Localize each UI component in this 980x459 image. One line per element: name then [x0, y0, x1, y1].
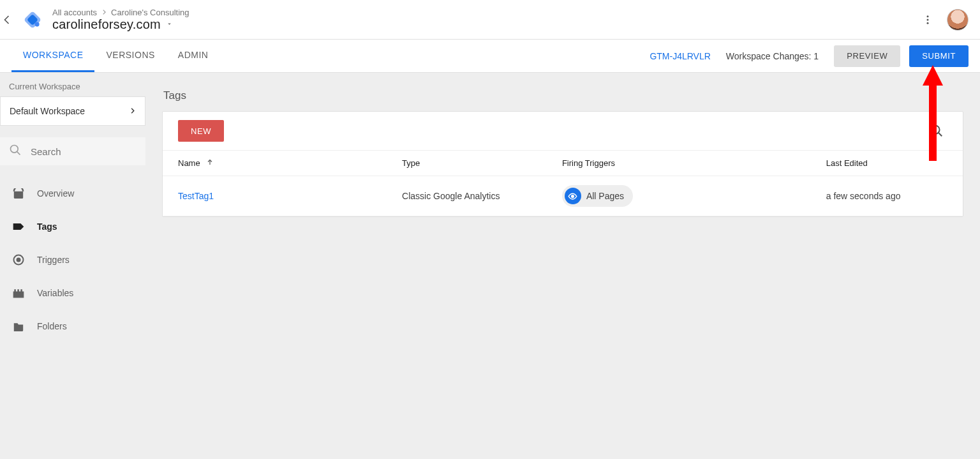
last-edited-cell: a few seconds ago — [811, 176, 963, 216]
search-box[interactable] — [0, 137, 145, 165]
app-header: All accounts Caroline's Consulting carol… — [0, 0, 980, 40]
sort-asc-icon — [206, 158, 214, 168]
sidebar-item-triggers[interactable]: Triggers — [0, 243, 145, 276]
breadcrumb[interactable]: All accounts Caroline's Consulting — [52, 8, 189, 17]
sidebar-item-variables[interactable]: Variables — [0, 276, 145, 310]
svg-rect-12 — [20, 289, 22, 292]
sidebar-item-label: Triggers — [37, 255, 70, 265]
container-domain: carolineforsey.com — [52, 17, 161, 32]
search-input[interactable] — [31, 146, 152, 157]
folder-icon — [11, 320, 26, 332]
chevron-right-icon — [101, 8, 107, 17]
sidebar: Current Workspace Default Workspace Over… — [0, 73, 145, 459]
svg-point-8 — [17, 259, 20, 262]
sidebar-item-label: Variables — [37, 288, 73, 298]
container-id-link[interactable]: GTM-J4LRVLR — [650, 51, 710, 61]
svg-point-3 — [927, 15, 929, 17]
tab-versions[interactable]: VERSIONS — [94, 40, 166, 72]
sidebar-item-label: Folders — [37, 321, 67, 331]
chevron-right-icon — [129, 106, 136, 116]
svg-point-14 — [572, 195, 574, 197]
column-header-edited[interactable]: Last Edited — [811, 151, 963, 176]
sidebar-item-tags[interactable]: Tags — [0, 210, 145, 243]
svg-point-6 — [11, 146, 19, 153]
new-tag-button[interactable]: NEW — [178, 120, 224, 142]
table-row[interactable]: TestTag1 Classic Google Analytics All Pa… — [163, 176, 963, 216]
sidebar-item-label: Tags — [37, 222, 57, 232]
trigger-chip[interactable]: All Pages — [562, 185, 633, 207]
tags-table: Name Type Firing Triggers Last Edited Te… — [163, 150, 963, 216]
current-workspace-label: Current Workspace — [0, 73, 145, 96]
page-title: Tags — [163, 89, 963, 102]
workspace-changes-label: Workspace Changes: 1 — [726, 51, 819, 61]
tab-admin[interactable]: ADMIN — [167, 40, 220, 72]
gtm-logo-icon — [22, 9, 43, 31]
svg-rect-11 — [17, 289, 19, 292]
svg-point-2 — [35, 22, 40, 26]
tab-workspace[interactable]: WORKSPACE — [11, 40, 94, 72]
column-header-type[interactable]: Type — [387, 151, 547, 176]
workspace-selector[interactable]: Default Workspace — [0, 96, 145, 126]
avatar[interactable] — [947, 9, 969, 31]
sidebar-item-label: Overview — [37, 188, 74, 199]
submit-button[interactable]: SUBMIT — [909, 45, 969, 67]
pageview-icon — [565, 188, 581, 204]
preview-button[interactable]: PREVIEW — [834, 45, 900, 67]
search-tags-icon[interactable] — [926, 120, 947, 142]
sidebar-item-folders[interactable]: Folders — [0, 310, 145, 343]
svg-rect-9 — [13, 292, 24, 298]
trigger-chip-label: All Pages — [586, 191, 624, 201]
back-arrow-icon[interactable] — [0, 14, 15, 26]
tag-name-link[interactable]: TestTag1 — [178, 191, 214, 201]
svg-point-5 — [927, 22, 929, 24]
tags-card: NEW Name Type Firing Trigg — [162, 111, 963, 217]
variables-icon — [11, 287, 26, 299]
container-selector[interactable]: carolineforsey.com — [52, 17, 189, 32]
svg-point-13 — [932, 126, 940, 134]
workspace-name: Default Workspace — [10, 106, 85, 116]
column-header-triggers[interactable]: Firing Triggers — [547, 151, 811, 176]
breadcrumb-account[interactable]: Caroline's Consulting — [111, 8, 189, 17]
trigger-icon — [11, 254, 26, 266]
main-panel: Tags NEW Name Type — [145, 73, 980, 459]
svg-rect-10 — [14, 289, 16, 292]
tag-type-cell: Classic Google Analytics — [387, 176, 547, 216]
breadcrumb-root[interactable]: All accounts — [52, 8, 97, 17]
secondary-nav: WORKSPACE VERSIONS ADMIN GTM-J4LRVLR Wor… — [0, 40, 980, 73]
svg-point-4 — [927, 19, 929, 20]
more-menu-icon[interactable] — [920, 12, 935, 27]
dashboard-icon — [11, 188, 26, 199]
sidebar-item-overview[interactable]: Overview — [0, 177, 145, 210]
search-icon — [9, 144, 22, 159]
tag-icon — [11, 221, 26, 232]
column-header-name[interactable]: Name — [163, 151, 387, 176]
caret-down-icon — [166, 19, 173, 30]
